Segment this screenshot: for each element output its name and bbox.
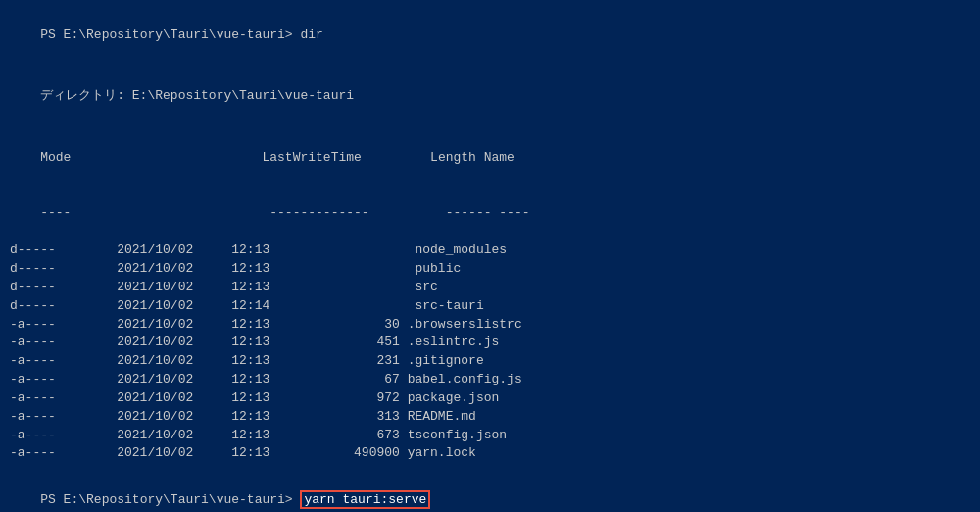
- table-row: d----- 2021/10/02 12:13 src: [10, 279, 970, 297]
- col-headers: Mode LastWriteTime Length Name: [10, 130, 970, 186]
- col-mode: Mode: [40, 150, 193, 165]
- prompt-text-2: PS E:\Repository\Tauri\vue-tauri>: [40, 492, 300, 507]
- table-row: d----- 2021/10/02 12:14 src-tauri: [10, 297, 970, 316]
- dir-header-line: ディレクトリ: E:\Repository\Tauri\vue-tauri: [10, 70, 970, 126]
- col-length-name: Length Name: [430, 150, 514, 165]
- table-row: -a---- 2021/10/02 12:13 673 tsconfig.jso…: [10, 427, 970, 445]
- table-row: -a---- 2021/10/02 12:13 451 .eslintrc.js: [10, 333, 970, 352]
- table-row: -a---- 2021/10/02 12:13 231 .gitignore: [10, 352, 970, 371]
- terminal-window: PS E:\Repository\Tauri\vue-tauri> dir ディ…: [0, 0, 980, 512]
- table-row: -a---- 2021/10/02 12:13 30 .browserslist…: [10, 316, 970, 334]
- col-lwt: LastWriteTime: [193, 150, 430, 165]
- table-row: -a---- 2021/10/02 12:13 67 babel.config.…: [10, 371, 970, 389]
- table-row: d----- 2021/10/02 12:13 node_modules: [10, 241, 970, 260]
- table-row: -a---- 2021/10/02 12:13 972 package.json: [10, 389, 970, 408]
- table-row: d----- 2021/10/02 12:13 public: [10, 260, 970, 279]
- table-row: -a---- 2021/10/02 12:13 490900 yarn.lock: [10, 444, 970, 463]
- prompt-line-1: PS E:\Repository\Tauri\vue-tauri> dir: [10, 8, 970, 64]
- prompt-text-1: PS E:\Repository\Tauri\vue-tauri> dir: [40, 27, 323, 42]
- dir-header-text: ディレクトリ: E:\Repository\Tauri\vue-tauri: [40, 88, 354, 103]
- col-separator: ---- ------------- ------ ----: [10, 186, 970, 242]
- table-row: -a---- 2021/10/02 12:13 313 README.md: [10, 408, 970, 427]
- prompt-line-2: PS E:\Repository\Tauri\vue-tauri> yarn t…: [10, 473, 970, 512]
- highlighted-command: yarn tauri:serve: [300, 490, 430, 509]
